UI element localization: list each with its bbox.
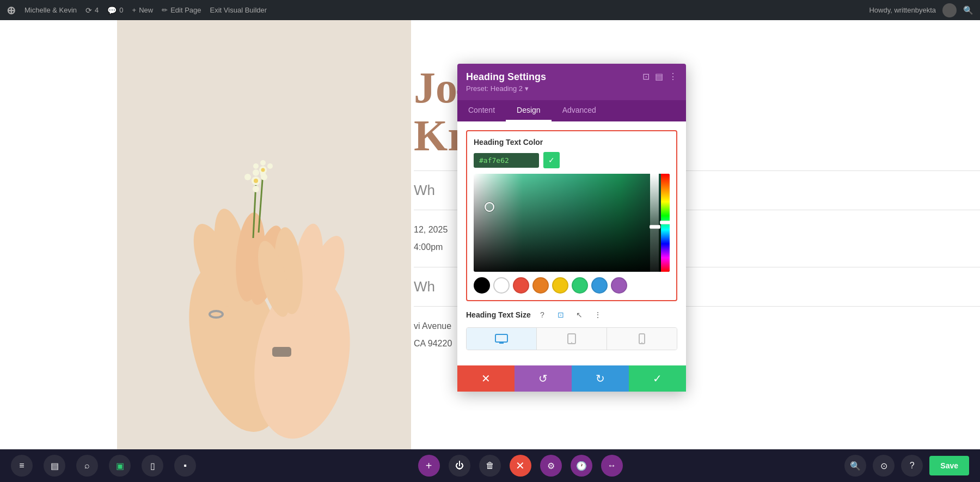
responsive-btn[interactable]: ↔: [601, 455, 623, 477]
swatch-blue[interactable]: [591, 277, 608, 294]
panel-actions: ✕ ↺ ↻ ✓: [457, 365, 686, 392]
avatar[interactable]: [942, 3, 957, 17]
toolbar-menu-btn[interactable]: ≡: [11, 455, 33, 477]
howdy-text: Howdy, writtenbyekta: [869, 6, 936, 14]
tab-content[interactable]: Content: [457, 100, 506, 121]
edit-page-item[interactable]: ✏ Edit Page: [162, 6, 201, 14]
confirm-color-button[interactable]: ✓: [543, 152, 560, 168]
preset-dropdown[interactable]: Preset: Heading 2 ▾: [466, 84, 546, 93]
text-size-section: Heading Text Size ? ⊡ ↖ ⋮: [466, 308, 677, 350]
color-picker-canvas[interactable]: [474, 174, 670, 272]
revision-count: 4: [95, 6, 99, 14]
admin-bar: ⊕ Michelle & Kevin ⟳ 4 💬 0 + New ✏ Edit …: [0, 0, 980, 20]
panel-header-icons: ⊡ ▤ ⋮: [642, 71, 677, 82]
panel-body: Heading Text Color ✓: [457, 121, 686, 359]
comment-count: 0: [119, 6, 123, 14]
wedding-photo: [117, 20, 411, 449]
swatch-purple[interactable]: [611, 277, 627, 294]
hex-input-row: ✓: [474, 152, 670, 168]
mobile-icon-btn[interactable]: [607, 328, 677, 350]
svg-point-33: [641, 342, 642, 343]
fullscreen-icon[interactable]: ⊡: [642, 71, 650, 82]
search-right-btn[interactable]: 🔍: [844, 455, 866, 477]
site-name-text: Michelle & Kevin: [24, 6, 77, 14]
comments-item[interactable]: 💬 0: [107, 6, 123, 15]
tab-design[interactable]: Design: [506, 100, 552, 121]
text-size-header: Heading Text Size ? ⊡ ↖ ⋮: [466, 308, 677, 322]
layers-btn[interactable]: ⊙: [873, 455, 895, 477]
plus-icon: +: [132, 6, 137, 14]
svg-point-17: [253, 169, 259, 176]
toolbar-tablet-btn[interactable]: ▯: [142, 455, 163, 477]
revision-icon: ⟳: [85, 6, 92, 15]
toolbar-desktop-btn[interactable]: ▣: [109, 455, 131, 477]
picker-cursor: [485, 202, 494, 212]
bottom-toolbar: ≡ ▤ ⌕ ▣ ▯ ▪ + ⏻ 🗑 ✕ ⚙ 🕐 ↔ 🔍 ⊙ ? Save: [0, 449, 980, 482]
add-module-btn[interactable]: +: [418, 455, 440, 477]
power-btn[interactable]: ⏻: [449, 455, 470, 477]
toolbar-grid-btn[interactable]: ▤: [44, 455, 65, 477]
help-btn[interactable]: ?: [901, 455, 923, 477]
device-size-row: [466, 327, 677, 350]
hue-cursor: [660, 221, 670, 224]
trash-btn[interactable]: 🗑: [479, 455, 501, 477]
toolbar-search-btn[interactable]: ⌕: [76, 455, 98, 477]
heading-settings-panel: Heading Settings Preset: Heading 2 ▾ ⊡ ▤…: [457, 64, 686, 392]
svg-point-15: [244, 174, 251, 180]
site-name[interactable]: Michelle & Kevin: [24, 6, 77, 14]
columns-icon[interactable]: ▤: [655, 71, 663, 82]
swatch-green[interactable]: [572, 277, 588, 294]
center-toolbar-buttons: + ⏻ 🗑 ✕ ⚙ 🕐 ↔: [207, 455, 834, 477]
swatch-white[interactable]: [493, 277, 510, 294]
device-toggle-icon[interactable]: ⊡: [554, 308, 568, 322]
svg-point-21: [253, 163, 259, 169]
settings-btn[interactable]: ⚙: [540, 455, 562, 477]
exit-builder-label: Exit Visual Builder: [210, 6, 267, 14]
color-section: Heading Text Color ✓: [466, 130, 677, 301]
admin-bar-right: Howdy, writtenbyekta 🔍: [869, 3, 973, 17]
revisions-item[interactable]: ⟳ 4: [85, 6, 99, 15]
cursor-icon[interactable]: ↖: [572, 308, 586, 322]
confirm-button[interactable]: ✓: [629, 365, 686, 392]
pencil-icon: ✏: [162, 6, 168, 14]
svg-rect-26: [272, 347, 291, 357]
svg-point-22: [267, 163, 273, 169]
color-swatches: [474, 277, 670, 294]
undo-button[interactable]: ↺: [514, 365, 572, 392]
redo-button[interactable]: ↻: [572, 365, 629, 392]
toolbar-mobile-btn[interactable]: ▪: [174, 455, 196, 477]
search-icon[interactable]: 🔍: [963, 5, 973, 15]
swatch-orange[interactable]: [532, 277, 549, 294]
desktop-icon-btn[interactable]: [467, 328, 537, 350]
panel-title: Heading Settings: [466, 71, 546, 83]
svg-point-18: [253, 186, 259, 192]
tablet-icon-btn[interactable]: [537, 328, 607, 350]
save-button[interactable]: Save: [929, 456, 969, 475]
hex-input[interactable]: [474, 153, 539, 168]
more-icon[interactable]: ⋮: [669, 71, 677, 82]
history-btn[interactable]: 🕐: [571, 455, 592, 477]
tab-advanced[interactable]: Advanced: [552, 100, 607, 121]
panel-header: Heading Settings Preset: Heading 2 ▾ ⊡ ▤…: [457, 64, 686, 100]
comment-icon: 💬: [107, 6, 117, 15]
help-icon[interactable]: ?: [535, 308, 549, 322]
right-toolbar-buttons: 🔍 ⊙ ? Save: [844, 455, 969, 477]
close-builder-btn[interactable]: ✕: [510, 455, 531, 477]
cancel-button[interactable]: ✕: [457, 365, 514, 392]
wp-logo[interactable]: ⊕: [7, 4, 16, 17]
main-content: Jo——e Kr—— Wh 12, 2025 4:00pm Wh vi Aven…: [0, 20, 980, 449]
svg-rect-27: [495, 334, 507, 342]
new-label: New: [139, 6, 153, 14]
svg-point-31: [571, 342, 572, 343]
swatch-red[interactable]: [513, 277, 529, 294]
svg-point-23: [260, 160, 266, 166]
panel-header-left: Heading Settings Preset: Heading 2 ▾: [466, 71, 546, 93]
swatch-yellow[interactable]: [552, 277, 568, 294]
new-item[interactable]: + New: [132, 6, 154, 14]
edit-page-label: Edit Page: [170, 6, 201, 14]
text-size-title: Heading Text Size: [466, 310, 531, 319]
exit-builder-item[interactable]: Exit Visual Builder: [210, 6, 267, 14]
color-section-title: Heading Text Color: [474, 138, 670, 147]
options-icon[interactable]: ⋮: [591, 308, 605, 322]
swatch-black[interactable]: [474, 277, 490, 294]
